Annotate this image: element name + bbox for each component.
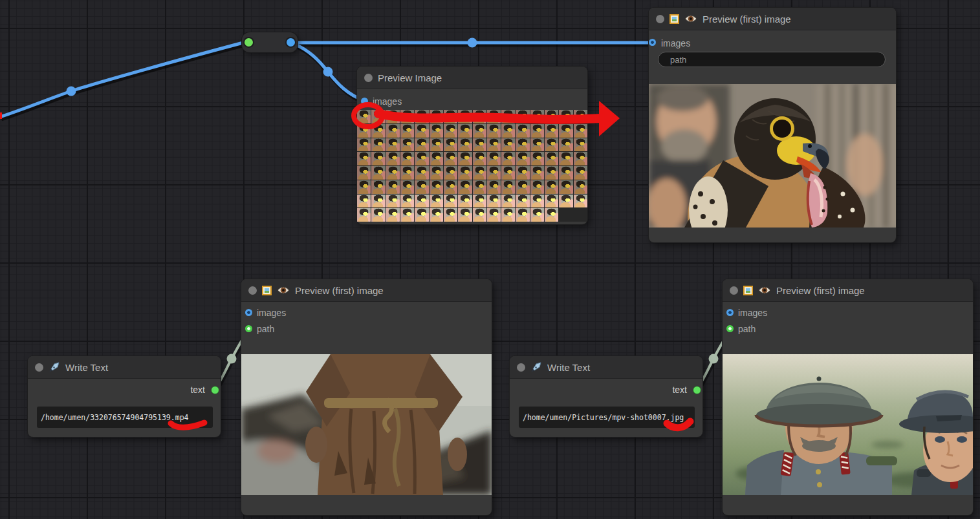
- thumbnail: [559, 110, 572, 123]
- thumbnail: [574, 152, 587, 165]
- text-value: /home/umen/Pictures/mpv-shot0007.jpg: [523, 413, 684, 422]
- preview-image-robe: [241, 354, 492, 495]
- collapse-dot[interactable]: [248, 286, 257, 295]
- thumbnail: [386, 208, 400, 222]
- node-header: Preview (first) image: [649, 8, 896, 30]
- thumbnail: [415, 138, 428, 152]
- thumbnail: [545, 152, 558, 165]
- thumbnail: [458, 138, 472, 152]
- node-header: Write Text: [28, 356, 221, 379]
- node-preview-first-image-right[interactable]: Preview (first) image images path: [723, 279, 973, 515]
- input-label-images: images: [373, 96, 402, 107]
- text-widget[interactable]: /home/umen/332076574904795139.mp4: [37, 407, 213, 428]
- thumbnail: [400, 110, 414, 123]
- input-label-images: images: [661, 38, 690, 48]
- node-graph-canvas[interactable]: Preview (first) image images: [0, 0, 980, 519]
- thumbnail: [371, 180, 385, 194]
- thumbnail: [386, 124, 400, 138]
- framed-picture-icon: [743, 286, 753, 295]
- thumbnail: [371, 138, 385, 152]
- thumbnail: [501, 195, 515, 208]
- thumbnail: [559, 124, 572, 138]
- thumbnail: [357, 124, 371, 138]
- thumbnail: [487, 138, 501, 152]
- thumbnail: [501, 180, 515, 194]
- node-preview-image-batch[interactable]: Preview Image images: [357, 67, 587, 224]
- input-port-path[interactable]: [245, 325, 252, 332]
- thumbnail: [357, 110, 371, 123]
- thumbnail: [487, 166, 501, 180]
- thumbnail: [357, 166, 371, 180]
- node-title: Preview (first) image: [702, 14, 791, 25]
- thumbnail: [473, 195, 486, 208]
- path-input[interactable]: [658, 52, 886, 67]
- thumbnail: [458, 152, 472, 165]
- thumbnail: [430, 124, 443, 138]
- thumbnail: [501, 124, 515, 138]
- input-port-path[interactable]: [726, 325, 734, 332]
- thumbnail: [371, 110, 385, 123]
- thumbnail: [386, 195, 400, 208]
- input-label-images: images: [257, 308, 286, 318]
- framed-picture-icon: [262, 286, 272, 295]
- thumbnail: [430, 195, 443, 208]
- thumbnail: [444, 208, 457, 222]
- collapsed-input-port[interactable]: [245, 38, 253, 47]
- thumbnail: [559, 152, 572, 165]
- thumbnail: [357, 208, 371, 222]
- node-header: Preview (first) image: [241, 279, 492, 302]
- thumbnail: [400, 195, 414, 208]
- input-port-images[interactable]: [361, 98, 368, 105]
- node-title: Preview (first) image: [295, 285, 384, 296]
- input-port-images[interactable]: [726, 309, 734, 316]
- framed-picture-icon: [670, 14, 679, 24]
- node-write-text-left[interactable]: Write Text text /home/umen/3320765749047…: [28, 356, 221, 437]
- node-preview-first-image-top[interactable]: Preview (first) image images: [649, 8, 896, 242]
- node-title: Write Text: [547, 362, 590, 373]
- thumbnail: [371, 166, 385, 180]
- thumbnail: [487, 124, 501, 138]
- thumbnail: [574, 110, 587, 123]
- collapse-dot[interactable]: [364, 74, 373, 82]
- collapse-dot[interactable]: [730, 286, 738, 295]
- text-widget[interactable]: /home/umen/Pictures/mpv-shot0007.jpg: [519, 407, 695, 428]
- thumbnail: [545, 208, 558, 222]
- thumbnail: [545, 110, 558, 123]
- collapse-dot[interactable]: [656, 15, 664, 23]
- collapse-dot[interactable]: [517, 363, 525, 372]
- thumbnail: [530, 110, 544, 123]
- thumbnail: [559, 180, 572, 194]
- thumbnail: [400, 152, 414, 165]
- output-port-text[interactable]: [693, 387, 701, 394]
- thumbnail: [530, 124, 544, 138]
- thumbnail: [357, 195, 371, 208]
- thumbnail: [516, 110, 529, 123]
- thumbnail: [545, 195, 558, 208]
- thumbnail: [415, 152, 428, 165]
- thumbnail: [400, 124, 414, 138]
- thumbnail: [400, 138, 414, 152]
- image-batch-grid: [357, 110, 587, 222]
- thumbnail: [415, 110, 428, 123]
- input-port-images[interactable]: [245, 309, 252, 316]
- thumbnail: [530, 166, 544, 180]
- input-port-images[interactable]: [649, 39, 656, 46]
- output-port-text[interactable]: [212, 387, 219, 394]
- thumbnail: [444, 138, 457, 152]
- thumbnail: [473, 166, 486, 180]
- collapsed-output-port[interactable]: [287, 38, 295, 47]
- node-preview-first-image-mid[interactable]: Preview (first) image images path: [241, 279, 492, 515]
- thumbnail: [545, 180, 558, 194]
- collapsed-node[interactable]: [242, 32, 298, 52]
- thumbnail: [444, 180, 457, 194]
- collapse-dot[interactable]: [35, 363, 43, 372]
- preview-image-soldiers: [723, 354, 973, 495]
- node-write-text-right[interactable]: Write Text text /home/umen/Pictures/mpv-…: [510, 356, 702, 437]
- fountain-pen-icon: [530, 361, 542, 373]
- node-header: Preview (first) image: [723, 279, 973, 302]
- annotation-edge-sliver: [0, 112, 2, 119]
- thumbnail: [574, 166, 587, 180]
- eye-icon: [758, 286, 771, 295]
- thumbnail: [400, 208, 414, 222]
- thumbnail: [458, 110, 472, 123]
